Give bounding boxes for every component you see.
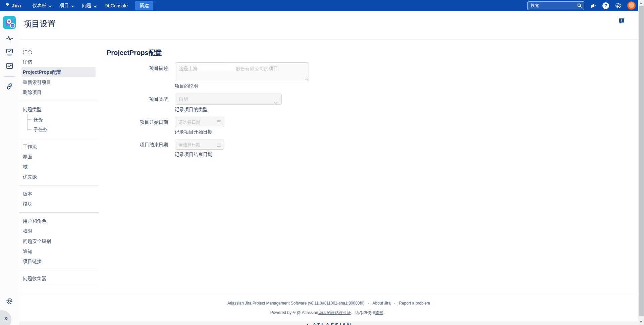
sidebar-item-issue-security[interactable]: 问题安全级别 (21, 236, 96, 246)
nav-issues-label: 问题 (82, 3, 92, 9)
resize-handle[interactable] (305, 77, 308, 80)
scrollbar-down-arrow[interactable] (640, 321, 642, 323)
jira-logo-text: Jira (12, 3, 21, 8)
project-settings-nav: 汇总 详情 ProjectProps配置 重新索引项目 删除项目 问题类型 任务… (19, 40, 99, 294)
footer-powered-prefix: Powered by 免费 Atlassian (270, 310, 318, 315)
project-description-help: 项目的说明 (175, 83, 309, 89)
nav-divider (19, 185, 99, 185)
project-end-date-label: 项目结束日期 (107, 140, 175, 158)
redaction-smudge (225, 62, 269, 67)
sidebar-item-summary[interactable]: 汇总 (21, 47, 96, 57)
activity-icon[interactable] (5, 35, 14, 42)
nav-divider (19, 138, 99, 138)
footer-version: (v8.11.0#811001-sha1:80088f0) (308, 301, 365, 306)
project-type-select[interactable]: 自研 (175, 94, 282, 105)
sidebar-item-priorities[interactable]: 优先级 (21, 172, 96, 182)
sidebar-item-permissions[interactable]: 权限 (21, 226, 96, 236)
project-type-value: 自研 (179, 96, 188, 102)
main-content: ProjectProps配置 项目描述 这是上海股份有限公司的项目 项目的说明 (99, 40, 638, 294)
project-end-date-help: 记录项目结束日期 (175, 152, 224, 158)
megaphone-icon[interactable] (590, 3, 597, 8)
user-avatar[interactable] (627, 1, 636, 10)
project-avatar[interactable] (3, 16, 16, 29)
create-button[interactable]: 新建 (135, 1, 153, 10)
links-icon[interactable] (5, 82, 14, 91)
icon-rail: › » (0, 11, 19, 325)
nav-dashboards[interactable]: 仪表板 (29, 0, 56, 11)
calendar-icon (217, 120, 221, 126)
sidebar-item-task[interactable]: 任务 (21, 114, 96, 124)
nav-divider (19, 212, 99, 213)
expand-sidebar-icon[interactable]: » (4, 315, 8, 321)
bottom-strip: ▲ ATLASSIAN (19, 321, 638, 325)
project-type-help: 记录项目的类型 (175, 107, 282, 113)
releases-icon[interactable] (5, 48, 14, 56)
footer-about-link[interactable]: About Jira (373, 301, 391, 306)
help-icon[interactable]: ? (602, 2, 609, 9)
page-header: 项目设置 (19, 11, 638, 40)
top-nav: Jira 仪表板 项目 问题 DbConsole 新建 ? (0, 0, 638, 11)
sidebar-item-subtask[interactable]: 子任务 (21, 124, 96, 134)
jira-logo-icon (5, 2, 10, 9)
sidebar-item-versions[interactable]: 版本 (21, 189, 96, 199)
chevron-down-icon (273, 98, 278, 108)
nav-divider (19, 287, 99, 287)
sidebar-item-notifications[interactable]: 通知 (21, 246, 96, 256)
footer-license-link[interactable]: Jira 的评估许可证 (318, 310, 351, 315)
footer-product-link[interactable]: Project Management Software (253, 301, 307, 306)
project-start-date-row: 项目开始日期 记录项目开始日期 (107, 117, 638, 135)
project-description-label: 项目描述 (107, 62, 175, 89)
nav-dashboards-label: 仪表板 (33, 3, 47, 9)
section-title: ProjectProps配置 (107, 48, 638, 57)
rail-bottom: › » (0, 288, 19, 325)
nav-projects-label: 项目 (60, 3, 69, 9)
chevron-down-icon (94, 3, 97, 8)
footer-powered-mid: 。请考虑使用 (351, 310, 375, 315)
sidebar-item-workflows[interactable]: 工作流 (21, 142, 96, 152)
sidebar-item-issue-types[interactable]: 问题类型 (21, 104, 96, 114)
nav-issues[interactable]: 问题 (78, 0, 101, 11)
scrollbar-up-arrow[interactable] (640, 2, 642, 4)
rail-divider (4, 76, 15, 77)
footer-report-link[interactable]: Report a problem (399, 301, 430, 306)
footer-powered-end: 。 (383, 310, 387, 315)
sidebar-item-issue-collectors[interactable]: 问题收集器 (21, 273, 96, 283)
footer-line-2: Powered by 免费 Atlassian Jira 的评估许可证。请考虑使… (19, 310, 638, 316)
nav-dbconsole[interactable]: DbConsole (101, 0, 132, 11)
sidebar-item-fields[interactable]: 域 (21, 162, 96, 172)
footer-line-1: Atlassian Jira Project Management Softwa… (19, 294, 638, 306)
nav-divider (19, 270, 99, 270)
sidebar-item-users-and-roles[interactable]: 用户和角色 (21, 216, 96, 226)
project-start-date-help: 记录项目开始日期 (175, 129, 224, 135)
sidebar-item-projectprops-config[interactable]: ProjectProps配置 (21, 67, 96, 77)
sidebar-item-components[interactable]: 模块 (21, 199, 96, 209)
footer-separator: · (394, 301, 395, 306)
project-start-date-label: 项目开始日期 (107, 117, 175, 135)
sidebar-item-reindex-project[interactable]: 重新索引项目 (21, 77, 96, 87)
sidebar-item-delete-project[interactable]: 删除项目 (21, 87, 96, 97)
sidebar-item-details[interactable]: 详情 (21, 57, 96, 67)
project-settings-gear-icon[interactable] (6, 297, 13, 306)
sidebar-item-project-links[interactable]: 项目链接 (21, 256, 96, 266)
gear-icon[interactable] (615, 2, 622, 9)
jira-logo[interactable]: Jira (5, 2, 21, 9)
footer-separator: · (368, 301, 369, 306)
project-type-row: 项目类型 自研 记录项目的类型 (107, 94, 638, 113)
page-title: 项目设置 (23, 18, 638, 29)
atlassian-logo: ▲ ATLASSIAN (306, 322, 352, 325)
nav-projects[interactable]: 项目 (56, 0, 78, 11)
atlassian-logo-icon: ▲ (306, 322, 311, 325)
project-description-textarea[interactable]: 这是上海股份有限公司的项目 (175, 62, 309, 81)
search-input[interactable] (527, 1, 584, 10)
chevron-down-icon (49, 3, 52, 8)
project-description-row: 项目描述 这是上海股份有限公司的项目 项目的说明 (107, 62, 638, 89)
reports-icon[interactable] (5, 62, 14, 70)
nav-divider (19, 101, 99, 101)
scrollbar-thumb[interactable] (639, 6, 644, 316)
feedback-icon[interactable] (619, 18, 625, 25)
footer-purchase-link[interactable]: 购买 (375, 310, 383, 315)
project-type-label: 项目类型 (107, 94, 175, 113)
search-icon[interactable] (577, 3, 582, 9)
vertical-scrollbar[interactable] (638, 0, 644, 325)
sidebar-item-screens[interactable]: 界面 (21, 152, 96, 162)
